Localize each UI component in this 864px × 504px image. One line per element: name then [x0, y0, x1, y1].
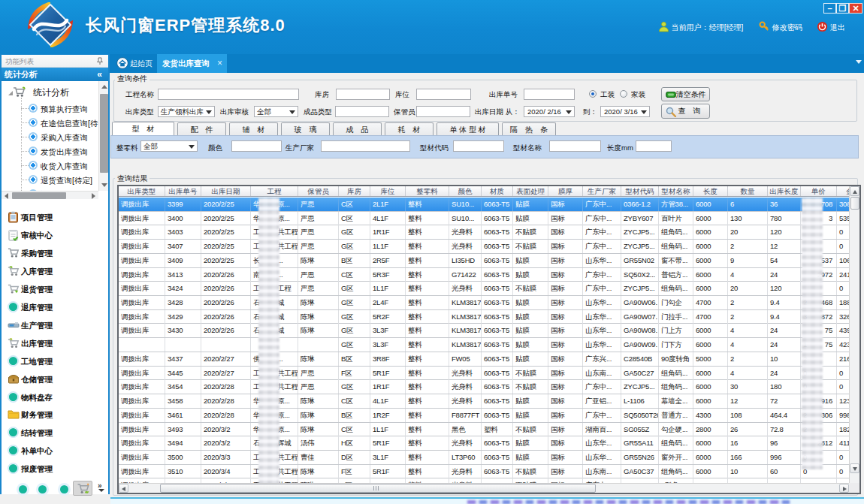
length-input[interactable] [636, 140, 672, 152]
order-no-input[interactable] [524, 89, 575, 100]
grid-vscroll-thumb[interactable] [850, 197, 859, 210]
menu-item-4[interactable]: 入库管理 [2, 262, 108, 280]
radio-gongzhuang[interactable] [589, 90, 597, 98]
column-header-20[interactable]: 金额 [837, 186, 849, 197]
grid-horizontal-scrollbar[interactable] [119, 483, 849, 493]
menu-item-15[interactable]: 报废管理 [2, 460, 108, 478]
column-header-9[interactable]: 颜色 [449, 186, 482, 197]
column-header-10[interactable]: 材质 [482, 186, 513, 197]
menu-item-8[interactable]: 出库管理 [2, 334, 108, 352]
table-row-2[interactable]: 调拨出库34002020/2/25华原...严思C区4L1F整料SU10...6… [119, 212, 849, 226]
scroll-right-button[interactable] [839, 484, 849, 493]
material-tab-2[interactable]: 配 件 [177, 122, 226, 135]
date-to-picker[interactable]: 2020/ 3/16 [600, 106, 650, 117]
keeper-input[interactable] [416, 106, 470, 117]
column-header-8[interactable]: 整零料 [406, 186, 449, 197]
product-type-input[interactable] [335, 106, 389, 117]
module-dot-icon[interactable] [38, 485, 47, 493]
menu-item-2[interactable]: 审核中心 [2, 226, 108, 244]
column-header-1[interactable]: 出库类型 [119, 186, 165, 197]
table-row-9[interactable]: 调拨出库34292020/2/26石城陈琳G区5R2F整料KLM38176063… [119, 310, 849, 324]
audit-select[interactable]: 全部 [254, 106, 298, 117]
table-row-12[interactable]: 调拨出库34372020/2/27佛...陈琳B区3R8F整料FW056063-… [119, 352, 849, 367]
column-header-5[interactable]: 保管员 [298, 186, 339, 197]
tree-horizontal-scrollbar[interactable] [2, 191, 98, 199]
column-header-15[interactable]: 型材名称 [659, 186, 693, 197]
table-row-18[interactable]: 调拨出库34942020/3/2石辉城汤伟H区5R1F整料光身料6063-T5贴… [119, 436, 849, 451]
menu-item-1[interactable]: 项目管理 [2, 208, 108, 226]
logout-link[interactable]: 退出 [817, 21, 845, 35]
tab-outbound-query[interactable]: 发货出库查询 × [157, 54, 227, 73]
profile-name-input[interactable] [549, 140, 601, 152]
menu-item-11[interactable]: 物料盘存 [2, 388, 108, 406]
table-row-15[interactable]: 调拨出库34582020/2/28华原...陈琳C区4L1F整料光身料6063-… [119, 394, 849, 409]
column-header-18[interactable]: 出库长度 [768, 186, 801, 197]
table-row-10[interactable]: 调拨出库34302020/2/26石城陈琳G区3L3F整料KLM38176063… [119, 324, 849, 338]
statistics-module-button[interactable] [73, 481, 92, 496]
column-header-14[interactable]: 型材代码 [621, 186, 659, 197]
table-row-4[interactable]: 调拨出库34072020/2/25工共工程严思G区1L1F整料光身料6063-T… [119, 240, 849, 254]
menu-item-5[interactable]: 退货管理 [2, 280, 108, 298]
tree-vscroll-thumb[interactable] [100, 94, 108, 173]
module-dot-icon[interactable] [60, 485, 68, 493]
color-input[interactable] [231, 140, 282, 152]
scroll-down-button[interactable] [850, 463, 859, 473]
column-header-13[interactable]: 生产厂家 [583, 186, 621, 197]
column-header-11[interactable]: 表面处理 [513, 186, 548, 197]
out-type-select[interactable]: 生产领料出库 [158, 106, 215, 117]
table-row-8[interactable]: 调拨出库34282020/2/26石城陈琳G区2L4F整料KLM38176063… [119, 296, 849, 310]
search-button[interactable]: 查 询 [661, 104, 710, 119]
column-header-19[interactable]: 单价 [801, 186, 837, 197]
tab-home[interactable]: 起始页 [115, 54, 153, 73]
section-header-statistics[interactable]: 统计分析 « [2, 68, 108, 81]
clear-conditions-button[interactable]: 清空条件 [661, 87, 710, 101]
radio-jiazhuang[interactable] [620, 90, 627, 98]
scroll-up-icon[interactable] [101, 85, 107, 89]
material-tab-5[interactable]: 成 品 [333, 122, 382, 135]
scroll-left-button[interactable] [119, 484, 128, 493]
project-name-input[interactable] [158, 89, 299, 100]
material-tab-7[interactable]: 单 体 型 材 [437, 122, 499, 135]
column-header-17[interactable]: 数量 [728, 186, 768, 197]
maximize-button[interactable]: ❒ [836, 3, 849, 14]
scroll-right-icon[interactable] [92, 193, 95, 199]
close-button[interactable]: ✕ [849, 3, 862, 14]
material-tab-6[interactable]: 耗 材 [385, 122, 434, 135]
table-row-19[interactable]: 调拨出库35002020/3/3工共工程曹佳D区3L1F整料LT3P606063… [119, 451, 849, 465]
material-tab-8[interactable]: 隔 热 条 [502, 122, 556, 135]
menu-item-10[interactable]: 仓储管理 [2, 370, 108, 388]
material-tab-4[interactable]: 玻 璃 [281, 122, 330, 135]
column-header-12[interactable]: 膜厚 [548, 186, 583, 197]
table-row-1[interactable]: 调拨出库33992020/2/25华原...严思C区2L1F整料SU10...6… [119, 198, 849, 212]
table-row-6[interactable]: 调拨出库34132020/2/26南...严思C区5R3F整料G71422606… [119, 268, 849, 282]
module-dot-icon[interactable] [19, 485, 27, 493]
tree-hscroll-thumb[interactable] [12, 192, 66, 199]
scroll-down-icon[interactable] [101, 183, 107, 187]
table-row-7[interactable]: 调拨出库34242020/2/26工工程严思G区1L1F整料光身料6063-T5… [119, 282, 849, 296]
menu-item-7[interactable]: 生产管理 [2, 316, 108, 334]
table-row-3[interactable]: 调拨出库34032020/2/25工共工程严思G区1R1F整料光身料6063-T… [119, 225, 849, 240]
maker-input[interactable] [321, 140, 410, 152]
overflow-down-icon[interactable] [98, 489, 104, 492]
date-from-picker[interactable]: 2020/ 2/16 [524, 106, 575, 117]
column-header-7[interactable]: 库位 [370, 186, 406, 197]
grid-vertical-scrollbar[interactable] [849, 186, 859, 483]
table-row-17[interactable]: 调拨出库34932020/3/2华原...陈琳C区1L1F整料黑色塑料不贴膜国标… [119, 423, 849, 437]
pin-icon[interactable] [96, 57, 104, 65]
whole-piece-select[interactable]: 全部 [140, 140, 198, 152]
table-row-11[interactable]: G区3L3F整料KLM38176063-T5贴膜国标山东华...GA90W09.… [119, 338, 849, 352]
column-header-16[interactable]: 长度 [693, 186, 728, 197]
table-row-14[interactable]: 调拨出库34542020/2/28工共工程严思G区1R1F整料光身料6063-T… [119, 380, 849, 394]
tab-close-icon[interactable]: × [217, 54, 222, 73]
profile-code-input[interactable] [453, 140, 504, 152]
menu-item-13[interactable]: 结转管理 [2, 424, 108, 442]
collapse-icon[interactable]: « [97, 68, 102, 81]
table-row-5[interactable]: 调拨出库34092020/2/25长...陈琳B区2R5F整料LI35HD606… [119, 254, 849, 268]
table-row-16[interactable]: 调拨出库34612020/2/28华原...陈琳B区1R2F整料F8877FT6… [119, 409, 849, 423]
material-tab-3[interactable]: 辅 材 [229, 122, 278, 135]
tab-list-dropdown-icon[interactable] [856, 60, 862, 64]
minimize-button[interactable]: – [823, 3, 836, 14]
table-row-20[interactable]: 调拨出库35102020/3/4工共工程陈琳F区5R1F整料光身料6063-T5… [119, 465, 849, 479]
menu-item-12[interactable]: 财务管理 [2, 406, 108, 424]
location-input[interactable] [416, 89, 471, 100]
